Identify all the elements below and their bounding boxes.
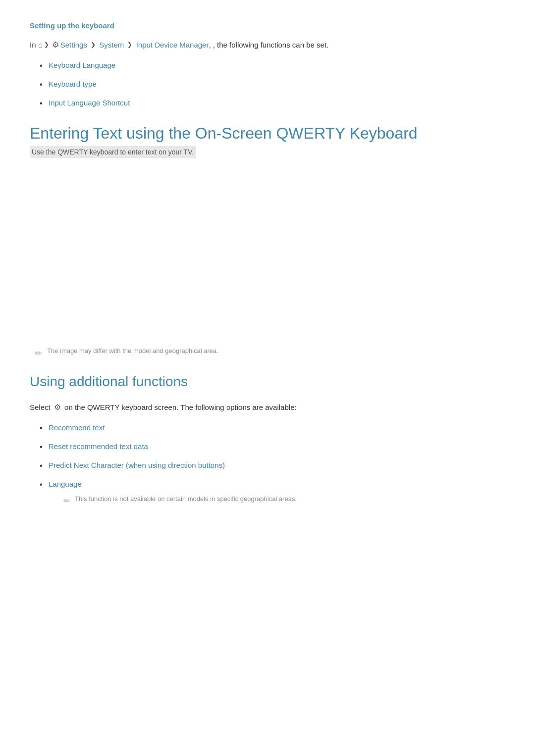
keyboard-image-area — [30, 168, 505, 336]
settings-gear-icon: ⚙ — [52, 39, 59, 51]
section-additional-functions: Using additional functions Select ⚙ on t… — [30, 371, 505, 507]
input-language-shortcut-link[interactable]: Input Language Shortcut — [49, 99, 130, 107]
section-setup-keyboard: Setting up the keyboard In ⌂ ❯ ⚙ Setting… — [30, 20, 505, 109]
intro-suffix: , the following functions can be set. — [213, 39, 328, 51]
list-item: Predict Next Character (when using direc… — [40, 459, 505, 471]
section-entering-text: Entering Text using the On-Screen QWERTY… — [30, 124, 505, 361]
section-title: Setting up the keyboard — [30, 20, 505, 32]
list-item: Keyboard type — [40, 78, 505, 90]
body-suffix: on the QWERTY keyboard screen. The follo… — [64, 402, 297, 413]
image-note-text: The image may differ with the model and … — [47, 346, 218, 356]
entering-text-subtitle: Use the QWERTY keyboard to enter text on… — [30, 146, 196, 158]
list-item: Keyboard Language — [40, 59, 505, 71]
language-note-text: This function is not available on certai… — [75, 494, 297, 504]
additional-functions-body: Select ⚙ on the QWERTY keyboard screen. … — [30, 401, 505, 414]
list-item: Reset recommended text data — [40, 441, 505, 453]
keyboard-type-link[interactable]: Keyboard type — [49, 80, 97, 88]
body-prefix: Select — [30, 402, 51, 413]
image-note-block: ✏ The image may differ with the model an… — [30, 346, 505, 361]
predict-next-char-link[interactable]: Predict Next Character (when using direc… — [49, 461, 225, 469]
reset-recommended-link[interactable]: Reset recommended text data — [49, 442, 148, 451]
pencil-icon: ✏ — [35, 347, 42, 361]
language-note-block: ✏ This function is not available on cert… — [58, 494, 505, 507]
additional-functions-heading: Using additional functions — [30, 371, 505, 393]
nav-arrow-1: ❯ — [44, 40, 49, 50]
intro-prefix: In — [30, 39, 36, 51]
nav-arrow-2: ❯ — [91, 40, 96, 50]
input-device-link[interactable]: Input Device Manager — [136, 39, 209, 51]
system-link[interactable]: System — [99, 39, 124, 51]
entering-text-heading: Entering Text using the On-Screen QWERTY… — [30, 124, 505, 143]
list-item: Language ✏ This function is not availabl… — [40, 478, 505, 507]
qwerty-gear-icon: ⚙ — [54, 401, 61, 414]
additional-functions-list: Recommend text Reset recommended text da… — [30, 422, 505, 507]
settings-link[interactable]: Settings — [60, 39, 87, 51]
keyboard-features-list: Keyboard Language Keyboard type Input La… — [30, 59, 505, 109]
keyboard-language-link[interactable]: Keyboard Language — [49, 61, 115, 69]
home-icon: ⌂ — [38, 39, 43, 51]
pencil-icon-2: ✏ — [63, 495, 70, 507]
intro-line: In ⌂ ❯ ⚙ Settings ❯ System ❯ Input Devic… — [30, 39, 505, 51]
nav-arrow-3: ❯ — [127, 40, 132, 50]
list-item: Recommend text — [40, 422, 505, 434]
recommend-text-link[interactable]: Recommend text — [49, 423, 105, 432]
language-link[interactable]: Language — [49, 480, 82, 488]
list-item: Input Language Shortcut — [40, 97, 505, 109]
